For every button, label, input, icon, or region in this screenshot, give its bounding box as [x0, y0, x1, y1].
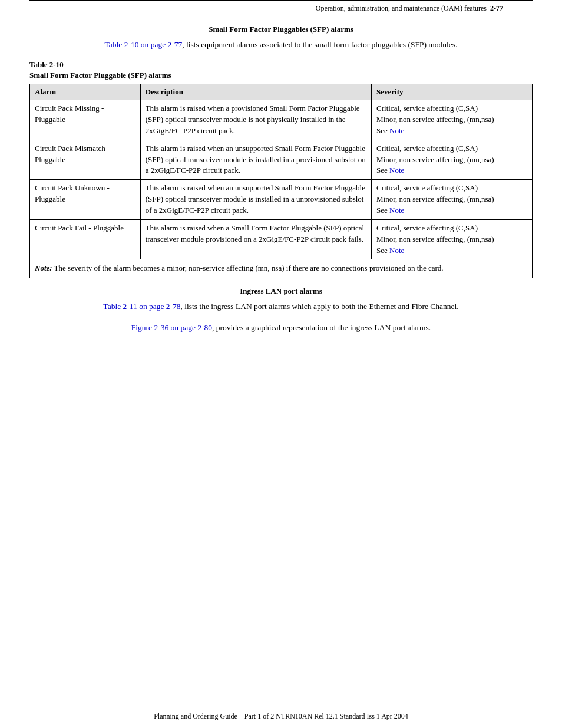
severity-cell: Critical, service affecting (C,SA) Minor… [372, 100, 533, 140]
ingress-para-2: Figure 2-36 on page 2-80, provides a gra… [29, 322, 533, 334]
note-link-1[interactable]: Note [389, 126, 404, 135]
table-label: Table 2-10 [29, 60, 533, 70]
table-2-10-link[interactable]: Table 2-10 on page 2-77 [105, 40, 183, 49]
table-row: Circuit Pack Unknown - Pluggable This al… [30, 180, 533, 220]
sfp-section-title: Small Form Factor Pluggables (SFP) alarm… [29, 25, 533, 34]
severity-cell: Critical, service affecting (C,SA) Minor… [372, 180, 533, 220]
col-alarm: Alarm [30, 84, 141, 100]
ingress-para-2-text: , provides a graphical representation of… [212, 323, 431, 332]
main-content: Small Form Factor Pluggables (SFP) alarm… [0, 13, 562, 334]
note-link-3[interactable]: Note [389, 206, 404, 215]
severity-cell: Critical, service affecting (C,SA) Minor… [372, 140, 533, 180]
table-subtitle: Small Form Factor Pluggable (SFP) alarms [29, 71, 533, 80]
table-row: Circuit Pack Missing - Pluggable This al… [30, 100, 533, 140]
severity-cell: Critical, service affecting (C,SA) Minor… [372, 219, 533, 259]
header-text: Operation, administration, and maintenan… [316, 4, 533, 13]
col-description: Description [140, 84, 371, 100]
page: Operation, administration, and maintenan… [0, 0, 562, 728]
note-link-2[interactable]: Note [389, 166, 404, 174]
header-section-title: Operation, administration, and maintenan… [316, 4, 487, 12]
col-severity: Severity [372, 84, 533, 100]
description-cell: This alarm is raised when a provisioned … [140, 100, 371, 140]
description-cell: This alarm is raised when an unsupported… [140, 140, 371, 180]
description-cell: This alarm is raised when an unsupported… [140, 180, 371, 220]
footer: Planning and Ordering Guide—Part 1 of 2 … [0, 707, 562, 728]
ingress-para-1: Table 2-11 on page 2-78, lists the ingre… [29, 301, 533, 312]
ingress-para-1-text: , lists the ingress LAN port alarms whic… [181, 302, 459, 311]
note-row: Note: The severity of the alarm becomes … [30, 259, 533, 278]
alarm-cell: Circuit Pack Unknown - Pluggable [30, 180, 141, 220]
alarm-cell: Circuit Pack Fail - Pluggable [30, 219, 141, 259]
sfp-intro-text: , lists equipment alarms associated to t… [182, 40, 457, 49]
header: Operation, administration, and maintenan… [29, 0, 533, 13]
alarm-cell: Circuit Pack Missing - Pluggable [30, 100, 141, 140]
sfp-intro: Table 2-10 on page 2-77, lists equipment… [29, 39, 533, 51]
sfp-alarms-table: Alarm Description Severity Circuit Pack … [29, 84, 533, 278]
ingress-section: Ingress LAN port alarms Table 2-11 on pa… [29, 286, 533, 334]
note-text: The severity of the alarm becomes a mino… [52, 263, 444, 272]
footer-text: Planning and Ordering Guide—Part 1 of 2 … [29, 712, 533, 721]
footer-divider [29, 707, 533, 707]
table-row: Circuit Pack Mismatch - Pluggable This a… [30, 140, 533, 180]
alarm-cell: Circuit Pack Mismatch - Pluggable [30, 140, 141, 180]
note-cell: Note: The severity of the alarm becomes … [30, 259, 533, 278]
note-link-4[interactable]: Note [389, 246, 404, 255]
ingress-title: Ingress LAN port alarms [29, 286, 533, 296]
table-2-11-link[interactable]: Table 2-11 on page 2-78 [103, 302, 180, 311]
figure-2-36-link[interactable]: Figure 2-36 on page 2-80 [131, 323, 212, 332]
header-page-number: 2-77 [490, 4, 503, 12]
table-row: Circuit Pack Fail - Pluggable This alarm… [30, 219, 533, 259]
description-cell: This alarm is raised when a Small Form F… [140, 219, 371, 259]
